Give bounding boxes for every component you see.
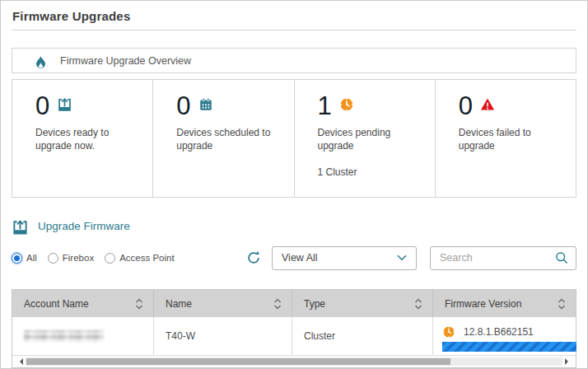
scheduled-count: 0 [176,94,190,119]
sort-icon[interactable] [135,298,143,310]
overview-header: Firmware Upgrade Overview [12,48,576,73]
sort-icon[interactable] [558,298,566,310]
firmware-version-text: 12.8.1.B662151 [464,326,534,338]
cell-firmware-version: 12.8.1.B662151 [433,317,578,355]
column-header-firmware-version[interactable]: Firmware Version [433,290,576,317]
radio-all[interactable]: All [12,253,37,264]
cell-account-name [12,317,154,355]
table-row[interactable]: T40-W Cluster 12.8.1.B662151 [12,317,576,356]
pending-count: 1 [318,94,332,119]
sort-icon[interactable] [273,298,282,310]
cell-name: T40-W [154,317,292,355]
failed-count: 0 [459,94,473,119]
column-header-type[interactable]: Type [292,290,433,317]
filter-toolbar: All Firebox Access Point View All [12,245,576,270]
search-box [430,246,576,270]
radio-access-point[interactable]: Access Point [105,253,174,264]
device-type-radio-group: All Firebox Access Point [12,253,175,264]
sort-icon[interactable] [414,298,422,310]
view-filter-value: View All [282,252,318,264]
radio-all-control [12,253,22,264]
search-input[interactable] [438,251,555,264]
pending-cluster-count: 1 Cluster [318,166,430,178]
chevron-down-icon [397,255,407,261]
radio-firebox-label: Firebox [63,253,94,263]
scrollbar-track[interactable] [26,357,562,366]
failed-label: Devices failed to upgrade [459,126,564,152]
ready-label: Devices ready to upgrade now. [35,126,141,152]
stat-card-pending: 1 Devices pending upgrade 1 Cluster [295,80,436,197]
ready-count: 0 [35,94,49,119]
scroll-right-arrow[interactable] [565,358,572,365]
overview-cards: 0 Devices ready to upgrade now. 0 [12,79,576,198]
account-name-redacted [24,330,104,342]
overview-title: Firmware Upgrade Overview [60,55,191,67]
search-icon[interactable] [555,251,568,264]
refresh-button[interactable] [246,250,261,265]
view-filter-dropdown[interactable]: View All [272,246,417,270]
radio-firebox[interactable]: Firebox [48,253,94,264]
refresh-icon [246,250,261,265]
pending-clock-icon [442,325,455,339]
upgrade-progress-bar [442,342,576,352]
upgrade-firmware-label: Upgrade Firmware [38,220,130,232]
page-title: Firmware Upgrades [12,1,576,30]
radio-access-point-label: Access Point [119,253,174,263]
scrollbar-thumb[interactable] [26,358,450,365]
calendar-icon [198,97,213,112]
warning-triangle-icon [480,97,495,112]
radio-firebox-control [48,253,58,264]
devices-table: Account Name Name Type Firmware Version [12,289,576,368]
stat-card-ready: 0 Devices ready to upgrade now. [12,80,153,197]
cell-type: Cluster [292,317,433,355]
upload-icon [57,97,72,113]
flame-icon [34,55,48,69]
scroll-left-arrow[interactable] [16,358,23,365]
firmware-upgrades-page: Firmware Upgrades Firmware Upgrade Overv… [0,0,588,369]
stat-card-scheduled: 0 Devices scheduled to upgrade [153,80,294,197]
radio-access-point-control [105,253,115,264]
stat-card-failed: 0 Devices failed to upgrade [436,80,576,197]
scheduled-label: Devices scheduled to upgrade [176,126,282,152]
horizontal-scrollbar[interactable] [12,356,576,367]
table-header-row: Account Name Name Type Firmware Version [12,290,576,317]
pending-clock-icon [339,97,354,112]
column-header-account-name[interactable]: Account Name [12,290,154,317]
radio-all-label: All [26,253,37,263]
pending-label: Devices pending upgrade [318,126,423,152]
upgrade-firmware-button[interactable]: Upgrade Firmware [12,216,130,236]
upload-icon [12,219,29,236]
column-header-name[interactable]: Name [154,290,292,317]
